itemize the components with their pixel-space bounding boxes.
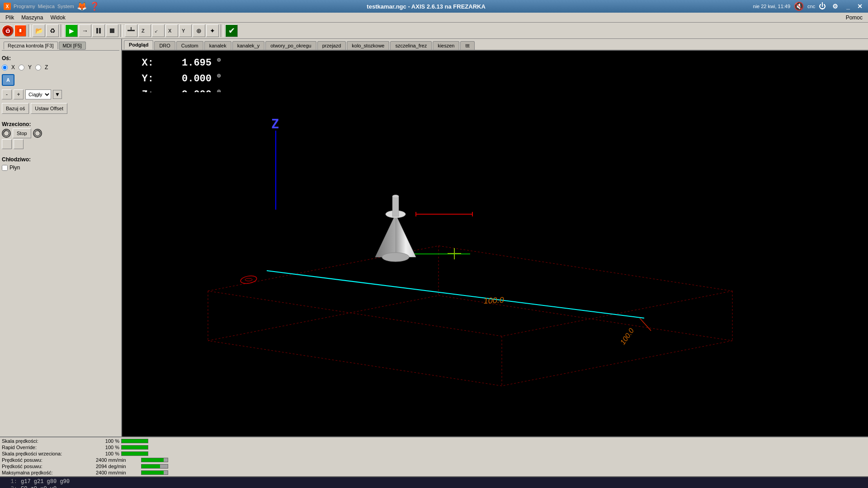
svg-rect-5	[99, 28, 101, 33]
places-list: Miejsca	[38, 4, 55, 9]
menu-plik[interactable]: Plik	[2, 14, 18, 22]
tab-ttt[interactable]: ttt	[460, 41, 474, 50]
open-button[interactable]: 📂	[33, 24, 45, 37]
spindle-stop-button[interactable]: Stop	[13, 128, 31, 138]
coolant-checkbox[interactable]	[2, 165, 8, 171]
jog-plus-button[interactable]: +	[14, 89, 24, 99]
pause-button[interactable]	[92, 24, 105, 37]
svg-rect-3	[19, 29, 21, 32]
help-menu[interactable]: Pomoc	[842, 14, 866, 22]
tool-button[interactable]: ✦	[206, 24, 219, 37]
svg-point-47	[392, 195, 399, 197]
tab-kanalek-y[interactable]: kanalek_y	[232, 41, 265, 50]
svg-text:Z: Z	[142, 28, 145, 33]
left-panel: Ręczna kontrola [F3] MDI [F5] Oś: X Y Z …	[0, 39, 122, 436]
feed1-label: Prędkość posuwu:	[2, 457, 92, 463]
confirm-button[interactable]: ✔	[225, 24, 238, 37]
touch-off-button[interactable]	[125, 24, 137, 37]
wm-settings[interactable]: ⚙	[830, 3, 841, 10]
jog-dropdown-button[interactable]: ▼	[53, 90, 62, 99]
home-x-button[interactable]: ↙	[152, 24, 165, 37]
speed-scale-bar	[121, 439, 148, 443]
feed2-bar	[141, 464, 168, 469]
status-bars: Skala prędkości: 100 % Rapid Override: 1…	[0, 436, 868, 476]
jog-row: - + Ciągły Krok ▼	[2, 89, 119, 99]
axis-label: Oś:	[2, 55, 119, 61]
tab-przejazd[interactable]: przejazd	[317, 41, 346, 50]
gcode-line-2: 2: G0 z0 x0 y0	[4, 485, 864, 488]
status-feed2: Prędkość posuwu: 2094 deg/min	[2, 463, 866, 469]
wm-minimize[interactable]: _	[844, 3, 852, 10]
wm-close[interactable]: ✕	[855, 3, 864, 10]
svg-text:Y: Y	[182, 28, 185, 33]
gcode-line-1: 1: g17 g21 g80 g90	[4, 478, 864, 485]
titlebar: X Programy Miejsca System 🦊 ❓ testkamar.…	[0, 0, 868, 13]
tab-otwory[interactable]: otwory_po_okregu	[265, 41, 316, 50]
spindle-extra-buttons	[2, 139, 119, 149]
tab-custom[interactable]: Custom	[176, 41, 203, 50]
tab-kieszen[interactable]: kieszen	[433, 41, 459, 50]
svg-rect-8	[131, 27, 132, 30]
spindle-btn-2[interactable]	[14, 139, 24, 149]
coolant-fluid-label: Płyn	[9, 164, 20, 171]
tab-kanalek[interactable]: kanalek	[204, 41, 231, 50]
svg-rect-4	[96, 28, 98, 33]
jog-mode-select[interactable]: Ciągły Krok	[25, 89, 51, 99]
title-right: nie 22 kwi, 11:49 🔇 cnc ⏻ ⚙ _ ✕	[753, 1, 864, 11]
tab-szczelina[interactable]: szczelina_frez	[390, 41, 432, 50]
toolbar-sep-2	[61, 24, 63, 37]
axis-action-buttons: Bazuj oś Ustaw Offset	[2, 103, 119, 114]
toolbar-sep-3	[120, 24, 123, 37]
jog-minus-button[interactable]: -	[2, 89, 12, 99]
coolant-section: Chłodziwo: Płyn	[2, 155, 119, 171]
manual-control-tab[interactable]: Ręczna kontrola [F3]	[4, 42, 58, 50]
home-button[interactable]: X	[165, 24, 178, 37]
axis-x-radio[interactable]	[2, 65, 8, 70]
axis-a-button[interactable]: A	[2, 74, 14, 86]
spindle-section: Wrzeciono: Stop	[2, 119, 119, 149]
gcode-panel: 1: g17 g21 g80 g90 2: G0 z0 x0 y0 3: z-1…	[0, 476, 868, 488]
status-speed-scale: Skala prędkości: 100 %	[2, 438, 866, 444]
run-button[interactable]: ▶	[65, 24, 78, 37]
spindle-label: Wrzeciono:	[2, 121, 119, 127]
program-list: Programy	[14, 4, 35, 9]
axis-z-label: Z	[45, 64, 48, 70]
menu-widok[interactable]: Widok	[47, 14, 69, 22]
stop-run-button[interactable]	[106, 24, 118, 37]
mdi-tab[interactable]: MDI [F5]	[59, 42, 86, 50]
axis-z-radio[interactable]	[35, 65, 41, 70]
rotate-button[interactable]: ⊕	[193, 24, 205, 37]
axis-y-radio[interactable]	[19, 65, 24, 70]
estop-button[interactable]: ⏻	[2, 25, 14, 37]
feed2-value: 2094 deg/min	[96, 464, 141, 469]
set-offset-button[interactable]: Ustaw Offset	[31, 103, 67, 114]
tab-podglad[interactable]: Podgląd	[124, 40, 153, 50]
step-button[interactable]: →	[79, 24, 91, 37]
menubar-spacer	[69, 17, 842, 19]
reload-button[interactable]: ♻	[46, 24, 59, 37]
home-axis-button[interactable]: Bazuj oś	[2, 103, 29, 114]
tab-kolo[interactable]: kolo_stozkowe	[347, 41, 389, 50]
menu-maszyna[interactable]: Maszyna	[18, 14, 47, 22]
menubar: Plik Maszyna Widok Pomoc	[0, 13, 868, 23]
toolbar-sep-4	[221, 24, 223, 37]
title-left: X Programy Miejsca System 🦊 ❓	[4, 1, 99, 11]
home-y-button[interactable]: Y	[179, 24, 192, 37]
feed2-label: Prędkość posuwu:	[2, 464, 92, 469]
3d-viewport[interactable]: X: 1.695 ⊕ Y: 0.000 ⊕ Z: -9.000 ⊕ A: 0.0…	[122, 51, 868, 436]
touch-z-button[interactable]: Z	[138, 24, 151, 37]
spindle-btn-1[interactable]	[2, 139, 12, 149]
spindle-controls: Stop	[2, 128, 119, 138]
speed-scale-value: 100 %	[92, 438, 119, 444]
svg-rect-6	[110, 28, 114, 33]
axis-radio-group: X Y Z	[2, 63, 119, 71]
app-icon: X	[4, 3, 11, 10]
max-feed-label: Maksymalna prędkość:	[2, 470, 92, 475]
window-title: testkamar.ngc - AXIS 2.6.13 na FREZARKA	[99, 3, 753, 10]
svg-point-45	[382, 253, 409, 262]
spindle-scale-label: Skala prędkości wrzeciona:	[2, 451, 92, 456]
tab-dro[interactable]: DRO	[154, 41, 175, 50]
toolbar-sep-1	[28, 24, 31, 37]
coolant-row: Płyn	[2, 164, 119, 171]
power-button[interactable]	[14, 25, 26, 37]
